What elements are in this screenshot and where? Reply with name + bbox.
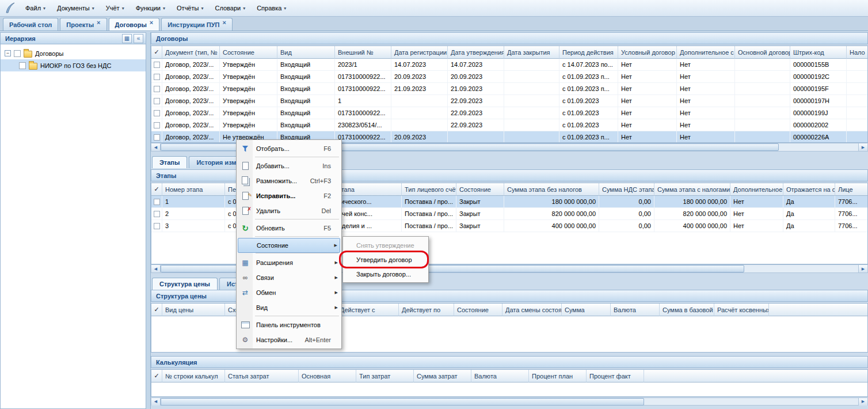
select-all-header[interactable]: ✓ xyxy=(151,46,162,59)
column-header[interactable]: Валюта xyxy=(611,304,660,316)
context-menu-item[interactable]: Настройки... Alt+Enter xyxy=(238,332,340,347)
menubar-item[interactable]: Документы ▾ xyxy=(51,0,100,16)
column-header[interactable]: Основной договор xyxy=(735,46,790,59)
select-all-header[interactable]: ✓ xyxy=(151,183,162,196)
column-header[interactable]: Сумма в базовой в xyxy=(660,304,714,316)
scroll-right-button[interactable]: ▶ xyxy=(858,398,867,406)
column-header[interactable]: Условный договор xyxy=(618,46,677,59)
column-header[interactable]: Период действия xyxy=(559,46,618,59)
tab[interactable]: Проекты × xyxy=(60,18,106,31)
row-checkbox[interactable] xyxy=(154,62,160,68)
column-header[interactable] xyxy=(644,370,868,383)
scroll-left-button[interactable]: ◀ xyxy=(151,143,161,151)
subtab[interactable]: Структура цены xyxy=(152,278,218,290)
table-row[interactable]: Договор, 2023/... Утверждён Входящий 1 2… xyxy=(151,95,868,107)
select-all-header[interactable]: ✓ xyxy=(151,370,162,383)
column-header[interactable]: Сумма этапа с налогами xyxy=(654,183,730,196)
scroll-left-button[interactable]: ◀ xyxy=(151,398,161,406)
panel-splitter[interactable] xyxy=(146,32,151,409)
context-menu-item[interactable]: Удалить Del xyxy=(238,203,340,218)
menubar-item[interactable]: Отчёты ▾ xyxy=(171,0,209,16)
column-header[interactable]: Дополнительное с xyxy=(730,183,783,196)
context-menu-item[interactable]: Исправить... F2 xyxy=(238,188,340,203)
submenu-item[interactable]: Снять утверждение xyxy=(344,238,427,252)
menubar-item[interactable]: Словари ▾ xyxy=(209,0,251,16)
row-checkbox[interactable] xyxy=(154,211,160,217)
column-header[interactable]: Валюта xyxy=(471,370,529,383)
row-checkbox[interactable] xyxy=(154,223,160,229)
scroll-left-button[interactable]: ◀ xyxy=(151,265,161,272)
scroll-right-button[interactable]: ▶ xyxy=(858,143,867,151)
column-header[interactable]: Сумма затрат xyxy=(414,370,471,383)
table-row[interactable]: Договор, 2023/... Утверждён Входящий 230… xyxy=(151,119,868,131)
column-header[interactable]: Дата утверждения xyxy=(448,46,504,59)
context-menu-item[interactable]: Обновить F5 xyxy=(238,221,340,236)
column-header[interactable]: Сумма НДС этапа xyxy=(599,183,654,196)
column-header[interactable]: Лице xyxy=(835,183,868,196)
row-checkbox[interactable] xyxy=(154,134,160,141)
menubar-item[interactable]: Функции ▾ xyxy=(130,0,171,16)
context-menu-item[interactable]: Расширения ▶ xyxy=(238,255,340,270)
calc-hscrollbar[interactable]: ◀ ▶ xyxy=(151,397,868,406)
column-header[interactable]: Действует по xyxy=(399,304,454,316)
context-menu-item[interactable]: Связи ▶ xyxy=(238,270,340,285)
row-checkbox[interactable] xyxy=(154,199,160,205)
scroll-thumb[interactable] xyxy=(161,398,644,406)
column-header[interactable]: Действует с xyxy=(337,304,399,316)
column-header[interactable]: Дополнительное с xyxy=(677,46,735,59)
context-menu-item[interactable]: Отобрать... F6 xyxy=(238,141,340,156)
menubar-item[interactable]: Файл ▾ xyxy=(20,0,51,16)
context-menu-item[interactable]: Обмен ▶ xyxy=(238,285,340,300)
column-header[interactable]: Штрих-код xyxy=(790,46,847,59)
select-all-header[interactable]: ✓ xyxy=(151,304,162,316)
context-menu-item[interactable]: Вид ▶ xyxy=(238,300,340,315)
column-header[interactable]: Тип лицевого счёт xyxy=(402,183,456,196)
row-checkbox[interactable] xyxy=(154,86,160,92)
column-header[interactable]: Статья затрат xyxy=(225,370,299,383)
column-header[interactable]: Процент план xyxy=(529,370,587,383)
column-header[interactable] xyxy=(769,304,868,316)
column-header[interactable]: Дата закрытия xyxy=(504,46,559,59)
column-header[interactable]: Состояние xyxy=(220,46,277,59)
column-header[interactable]: Вид цены xyxy=(162,304,225,316)
tab-close-icon[interactable]: × xyxy=(223,19,226,26)
column-header[interactable]: Процент факт xyxy=(587,370,644,383)
column-header[interactable]: Сумма xyxy=(562,304,611,316)
column-header[interactable]: Отражается на су xyxy=(783,183,835,196)
tab[interactable]: Инструкции ПУП × xyxy=(161,18,233,31)
expander-icon[interactable]: − xyxy=(5,50,11,56)
tab[interactable]: Договоры × xyxy=(109,18,160,31)
submenu-item[interactable]: Утвердить договор xyxy=(344,252,427,267)
tree-node[interactable]: − Договоры xyxy=(1,47,146,59)
row-checkbox[interactable] xyxy=(154,74,160,80)
column-header[interactable]: Документ (тип, № xyxy=(162,46,220,59)
table-row[interactable]: Договор, 2023/... Утверждён Входящий 017… xyxy=(151,107,868,119)
table-row[interactable]: Договор, 2023/... Утверждён Входящий 017… xyxy=(151,71,868,83)
column-header[interactable]: Сумма этапа без налогов xyxy=(504,183,599,196)
context-menu-item[interactable]: Размножить... Ctrl+F3 xyxy=(238,173,340,188)
column-header[interactable]: Нало xyxy=(847,46,868,59)
row-checkbox[interactable] xyxy=(154,98,160,104)
column-header[interactable]: Дата смены состоя xyxy=(502,304,562,316)
column-header[interactable]: Состояние xyxy=(456,183,504,196)
column-header[interactable]: Основная xyxy=(299,370,356,383)
row-checkbox[interactable] xyxy=(154,110,160,116)
column-header[interactable]: Расчёт косвенных xyxy=(714,304,769,316)
node-checkbox[interactable] xyxy=(14,50,21,57)
column-header[interactable]: Тип затрат xyxy=(356,370,414,383)
grid-tool-icon[interactable]: ▦ xyxy=(122,34,132,43)
scroll-right-button[interactable]: ▶ xyxy=(858,265,867,272)
collapse-panel-icon[interactable]: « xyxy=(134,34,143,43)
menubar-item[interactable]: Учёт ▾ xyxy=(100,0,130,16)
table-row[interactable]: Договор, 2023/... Утверждён Входящий 017… xyxy=(151,83,868,95)
context-menu-item[interactable]: Состояние ▶ xyxy=(238,238,340,253)
menubar-item[interactable]: Справка ▾ xyxy=(251,0,292,16)
context-menu-item[interactable]: Добавить... Ins xyxy=(238,158,340,173)
column-header[interactable]: № строки калькул xyxy=(162,370,225,383)
submenu-item[interactable]: Закрыть договор... xyxy=(344,267,427,281)
tree-node[interactable]: НИОКР по ГОЗ без НДС xyxy=(1,59,146,71)
column-header[interactable]: Внешний № xyxy=(335,46,391,59)
tab[interactable]: Рабочий стол xyxy=(3,18,58,31)
row-checkbox[interactable] xyxy=(154,122,160,128)
tab-close-icon[interactable]: × xyxy=(97,19,100,26)
